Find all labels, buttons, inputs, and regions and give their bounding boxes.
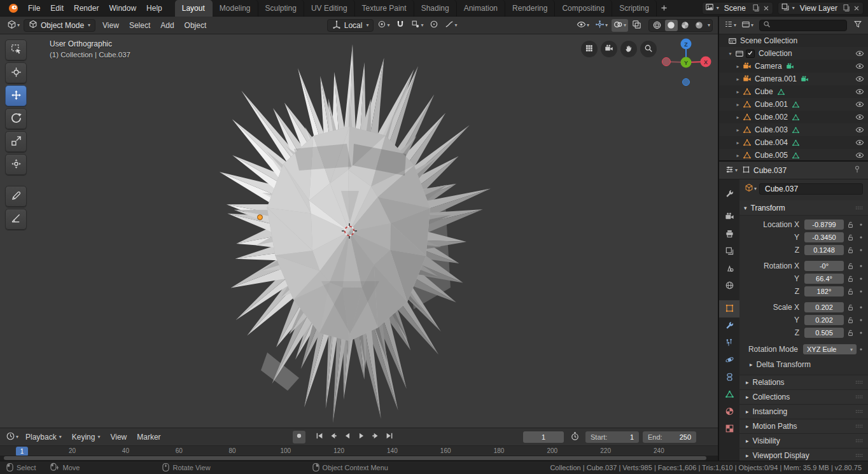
menu-edit[interactable]: Edit bbox=[45, 0, 69, 17]
snap-dropdown[interactable]: ▾ bbox=[409, 19, 425, 32]
lock-icon[interactable] bbox=[844, 275, 857, 283]
hide-eye-icon[interactable] bbox=[855, 151, 864, 160]
play-button[interactable] bbox=[355, 431, 368, 443]
lock-icon[interactable] bbox=[844, 316, 857, 324]
grip-icon[interactable] bbox=[855, 407, 864, 416]
editor-type-button[interactable]: ▾ bbox=[5, 19, 22, 32]
timeline-menu-view[interactable]: View bbox=[105, 428, 132, 446]
orientation-dropdown[interactable]: Local ▾ bbox=[327, 19, 374, 32]
current-frame-field[interactable]: 1 bbox=[523, 431, 564, 443]
proportional-editing-toggle[interactable] bbox=[427, 19, 441, 32]
lock-icon[interactable] bbox=[844, 329, 857, 337]
skip-start-button[interactable] bbox=[313, 431, 326, 443]
key-next-button[interactable] bbox=[369, 431, 382, 443]
lock-icon[interactable] bbox=[844, 288, 857, 296]
skip-end-button[interactable] bbox=[383, 431, 396, 443]
tool-move-button[interactable] bbox=[5, 85, 27, 106]
wireframe-shading-button[interactable] bbox=[651, 20, 664, 31]
remove-view-layer-icon[interactable] bbox=[853, 4, 860, 12]
rotation-z-field[interactable]: 182° bbox=[804, 286, 844, 296]
properties-tab-output[interactable] bbox=[719, 226, 739, 243]
animate-dot-icon[interactable] bbox=[857, 317, 865, 323]
viewport-menu-add[interactable]: Add bbox=[155, 17, 179, 34]
delta-transform-panel[interactable]: ▸ Delta Transform bbox=[739, 357, 868, 372]
hide-eye-icon[interactable] bbox=[855, 74, 864, 83]
outliner-item-cube-004[interactable]: ▸Cube.004 bbox=[719, 136, 868, 149]
navigation-gizmo[interactable]: Z X Y bbox=[661, 37, 711, 92]
auto-keying-button[interactable] bbox=[568, 431, 582, 443]
mode-dropdown[interactable]: Object Mode ▾ bbox=[24, 19, 95, 32]
panel-collections[interactable]: ▸Collections bbox=[739, 389, 868, 404]
properties-tab-view-layer[interactable] bbox=[719, 243, 739, 260]
disclosure-icon[interactable]: ▸ bbox=[734, 127, 741, 133]
hide-eye-icon[interactable] bbox=[855, 138, 864, 147]
show-object-types-dropdown[interactable]: ▾ bbox=[575, 19, 591, 32]
disclosure-icon[interactable]: ▸ bbox=[734, 153, 741, 158]
animate-dot-icon[interactable] bbox=[857, 275, 865, 282]
disclosure-icon[interactable]: ▸ bbox=[734, 115, 741, 120]
viewport-menu-select[interactable]: Select bbox=[124, 17, 155, 34]
viewport-menu-object[interactable]: Object bbox=[179, 17, 212, 34]
outliner-item-camera[interactable]: ▸Camera bbox=[719, 60, 868, 73]
grip-icon[interactable] bbox=[855, 378, 864, 387]
3d-viewport-canvas[interactable]: User Orthographic (1) Collection | Cube.… bbox=[0, 34, 718, 428]
properties-tab-object-data[interactable] bbox=[719, 386, 739, 403]
scale-y-field[interactable]: 0.202 bbox=[804, 315, 844, 325]
timeline-editor-type-button[interactable]: ▾ bbox=[4, 431, 20, 443]
object-id-dropdown[interactable]: ▾ bbox=[745, 183, 757, 194]
menu-file[interactable]: File bbox=[23, 0, 45, 17]
disclosure-icon[interactable]: ▸ bbox=[734, 76, 741, 82]
tool-cursor-button[interactable] bbox=[5, 62, 27, 83]
xray-toggle[interactable] bbox=[630, 19, 644, 32]
outliner-item-cube-003[interactable]: ▸Cube.003 bbox=[719, 123, 868, 136]
gizmos-dropdown[interactable]: ▾ bbox=[593, 19, 610, 32]
grip-icon[interactable] bbox=[855, 204, 864, 213]
tool-transform-button[interactable] bbox=[5, 154, 27, 175]
add-workspace-button[interactable] bbox=[657, 0, 672, 17]
timeline-menu-playback[interactable]: Playback▾ bbox=[20, 428, 67, 446]
properties-editor-type-button[interactable]: ▾ bbox=[723, 164, 739, 177]
viewport-menu-view[interactable]: View bbox=[97, 17, 124, 34]
grip-icon[interactable] bbox=[855, 436, 864, 445]
tab-animation[interactable]: Animation bbox=[457, 0, 505, 17]
hide-eye-icon[interactable] bbox=[855, 49, 864, 58]
record-button[interactable] bbox=[293, 431, 305, 443]
tab-shading[interactable]: Shading bbox=[414, 0, 457, 17]
mesh-data-icon[interactable] bbox=[792, 101, 800, 109]
material-shading-button[interactable] bbox=[679, 20, 692, 31]
tool-rotate-button[interactable] bbox=[5, 108, 27, 129]
location-z-field[interactable]: 0.1248 bbox=[804, 245, 844, 255]
outliner-editor-type-button[interactable]: ▾ bbox=[722, 19, 738, 32]
view-layer-selector[interactable]: ▾ View Layer bbox=[778, 2, 864, 15]
timeline-menu-marker[interactable]: Marker bbox=[132, 428, 165, 446]
mesh-data-icon[interactable] bbox=[777, 88, 785, 96]
animate-dot-icon[interactable] bbox=[857, 346, 865, 352]
unlink-scene-icon[interactable] bbox=[762, 4, 770, 12]
outliner-scene-collection[interactable]: Scene Collection bbox=[719, 34, 868, 47]
location-y-field[interactable]: -0.3450 bbox=[804, 232, 844, 242]
disclosure-icon[interactable]: ▾ bbox=[727, 51, 734, 57]
properties-tab-scene[interactable] bbox=[719, 260, 739, 277]
tab-compositing[interactable]: Compositing bbox=[555, 0, 612, 17]
key-prev-button[interactable] bbox=[327, 431, 340, 443]
zoom-button[interactable] bbox=[640, 41, 657, 57]
properties-tab-object[interactable] bbox=[719, 300, 739, 317]
new-scene-icon[interactable] bbox=[752, 4, 760, 12]
scene-selector[interactable]: ▾ Scene bbox=[702, 2, 773, 15]
timeline-scrollbar[interactable] bbox=[0, 456, 718, 461]
animate-dot-icon[interactable] bbox=[857, 247, 865, 253]
properties-tab-material[interactable] bbox=[719, 403, 739, 421]
overlays-dropdown[interactable]: ▾ bbox=[612, 19, 628, 32]
panel-motion-paths[interactable]: ▸Motion Paths bbox=[739, 419, 868, 433]
blender-logo-icon[interactable] bbox=[4, 3, 23, 14]
outliner-item-cube-001[interactable]: ▸Cube.001 bbox=[719, 98, 868, 111]
tool-measure-button[interactable] bbox=[5, 209, 27, 230]
mesh-data-icon[interactable] bbox=[792, 139, 800, 147]
hand-button[interactable] bbox=[620, 41, 637, 57]
rotation-y-field[interactable]: 66.4° bbox=[804, 274, 844, 284]
hide-eye-icon[interactable] bbox=[855, 125, 864, 134]
falloff-dropdown[interactable]: ▾ bbox=[443, 19, 459, 32]
solid-shading-button[interactable] bbox=[665, 20, 678, 31]
pivot-dropdown[interactable]: ▾ bbox=[375, 19, 391, 32]
lock-icon[interactable] bbox=[844, 262, 857, 270]
